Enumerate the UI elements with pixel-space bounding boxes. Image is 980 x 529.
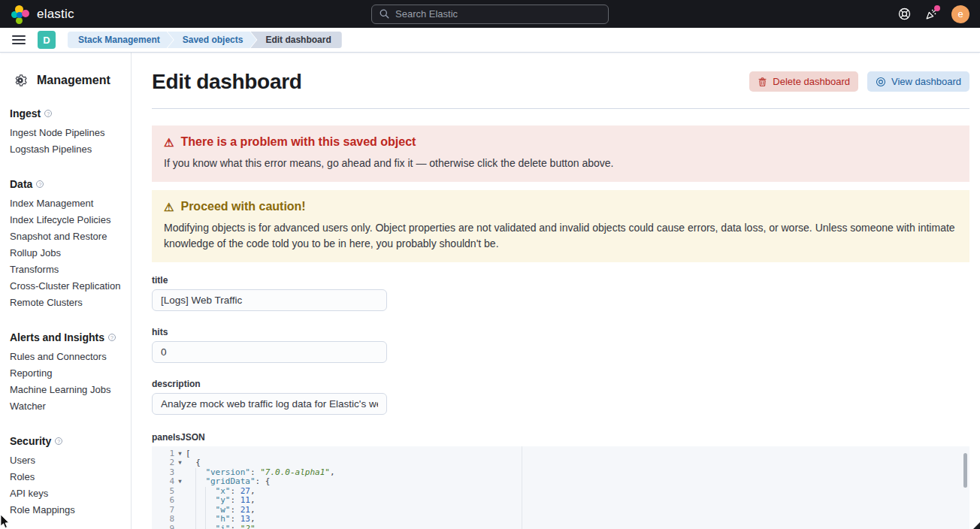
breadcrumb-stack-management[interactable]: Stack Management (68, 32, 174, 48)
top-header-bar: elastic (0, 0, 980, 28)
sidebar-item-index-management[interactable]: Index Management (10, 195, 125, 212)
error-callout-body: If you know what this error means, go ah… (164, 156, 957, 171)
editor-scrollbar[interactable] (963, 453, 967, 488)
title-field-label: title (152, 275, 387, 286)
sidebar-item-logstash-pipelines[interactable]: Logstash Pipelines (10, 141, 125, 158)
sidebar-nav: Ingest?Ingest Node PipelinesLogstash Pip… (10, 106, 125, 518)
editor-line[interactable]: 9"i": "2" (152, 524, 969, 529)
sidebar-section-heading: Ingest? (10, 106, 125, 121)
section-help-icon: ? (55, 437, 62, 445)
sidebar-item-api-keys[interactable]: API keys (10, 485, 125, 502)
editor-line[interactable]: 1▼[ (152, 449, 969, 458)
editor-line[interactable]: 8"h": 13, (152, 515, 969, 524)
sidebar-item-role-mappings[interactable]: Role Mappings (10, 502, 125, 518)
sidebar-section-heading: Data? (10, 177, 125, 192)
sidebar-item-users[interactable]: Users (10, 452, 125, 469)
delete-dashboard-button[interactable]: Delete dashboard (749, 71, 858, 92)
page-actions: Delete dashboard View dashboard (749, 70, 969, 92)
code-text: [ (186, 449, 969, 458)
description-field-input[interactable] (152, 393, 387, 415)
sidebar-item-rollup-jobs[interactable]: Rollup Jobs (10, 245, 125, 261)
line-number: 2 (152, 458, 174, 467)
help-icon[interactable] (897, 8, 911, 21)
caution-callout-title: ⚠ Proceed with caution! (164, 200, 957, 213)
fold-toggle-icon[interactable]: ▼ (174, 458, 186, 467)
global-search (371, 5, 609, 24)
page-title: Edit dashboard (152, 70, 302, 94)
view-dashboard-button[interactable]: View dashboard (867, 71, 969, 92)
fold-spacer (174, 524, 186, 529)
sidebar-item-cross-cluster-replication[interactable]: Cross-Cluster Replication (10, 278, 125, 295)
code-text: "x": 27, (186, 487, 969, 496)
warning-icon: ⚠ (164, 201, 174, 213)
line-number: 6 (152, 496, 174, 505)
fold-spacer (174, 515, 186, 524)
sidebar-header: Management (10, 74, 125, 87)
header-divider (152, 108, 969, 109)
breadcrumb-edit-dashboard: Edit dashboard (250, 32, 341, 48)
editor-line[interactable]: 7"w": 21, (152, 506, 969, 515)
notification-dot (934, 5, 940, 11)
section-help-icon: ? (44, 110, 52, 117)
resize-grip-icon[interactable] (973, 522, 980, 529)
line-number: 9 (152, 524, 174, 529)
warning-icon: ⚠ (164, 137, 174, 148)
sidebar-item-remote-clusters[interactable]: Remote Clusters (10, 295, 125, 311)
search-box[interactable] (371, 5, 609, 24)
section-help-icon: ? (36, 180, 44, 188)
editor-line[interactable]: 4▼"gridData": { (152, 477, 969, 486)
code-text: "version": "7.0.0-alpha1", (186, 468, 969, 477)
search-input[interactable] (395, 8, 600, 20)
code-text: "i": "2" (186, 524, 969, 529)
sidebar-item-index-lifecycle-policies[interactable]: Index Lifecycle Policies (10, 212, 125, 228)
management-sidebar: Management Ingest?Ingest Node PipelinesL… (0, 53, 132, 529)
sidebar-title: Management (37, 74, 110, 87)
elastic-logo-icon (11, 5, 30, 24)
trash-icon (758, 77, 767, 87)
newsfeed-icon[interactable] (924, 8, 938, 21)
code-text: "gridData": { (186, 477, 969, 486)
sidebar-section-heading: Security? (10, 434, 125, 449)
breadcrumb-saved-objects[interactable]: Saved objects (168, 32, 257, 48)
sidebar-section-security: Security?UsersRolesAPI keysRole Mappings (10, 434, 125, 518)
sidebar-item-reporting[interactable]: Reporting (10, 365, 125, 382)
breadcrumb-bar: D Stack Management Saved objects Edit da… (0, 28, 980, 53)
dashboard-app-badge: D (38, 31, 56, 49)
editor-line[interactable]: 6"y": 11, (152, 496, 969, 505)
sidebar-item-watcher[interactable]: Watcher (10, 398, 125, 415)
editor-line[interactable]: 5"x": 27, (152, 487, 969, 496)
panels-json-editor[interactable]: 1▼[2▼{3"version": "7.0.0-alpha1",4▼"grid… (152, 446, 969, 529)
line-number: 8 (152, 515, 174, 524)
code-text: "h": 13, (186, 515, 969, 524)
title-field-input[interactable] (152, 289, 387, 311)
elastic-logo[interactable]: elastic (11, 5, 74, 24)
header-actions: e (897, 5, 969, 23)
panels-json-label: panelsJSON (152, 432, 969, 443)
user-avatar[interactable]: e (951, 5, 969, 23)
sidebar-section-data: Data?Index ManagementIndex Lifecycle Pol… (10, 177, 125, 311)
gear-icon (14, 74, 27, 87)
sidebar-item-roles[interactable]: Roles (10, 469, 125, 485)
error-callout: ⚠ There is a problem with this saved obj… (152, 125, 969, 182)
code-text: "y": 11, (186, 496, 969, 505)
page-header: Edit dashboard Delete dashboard (152, 70, 969, 94)
sidebar-item-transforms[interactable]: Transforms (10, 261, 125, 278)
fold-toggle-icon[interactable]: ▼ (174, 477, 186, 486)
field-description: description (152, 379, 387, 415)
fold-spacer (174, 496, 186, 505)
elastic-logo-text: elastic (37, 7, 74, 22)
editor-line[interactable]: 3"version": "7.0.0-alpha1", (152, 468, 969, 477)
error-callout-title: ⚠ There is a problem with this saved obj… (164, 135, 957, 149)
menu-icon[interactable] (12, 35, 26, 44)
sidebar-section-heading: Alerts and Insights? (10, 330, 125, 345)
sidebar-item-machine-learning-jobs[interactable]: Machine Learning Jobs (10, 382, 125, 398)
fold-spacer (174, 506, 186, 515)
sidebar-item-snapshot-and-restore[interactable]: Snapshot and Restore (10, 228, 125, 245)
fold-toggle-icon[interactable]: ▼ (174, 449, 186, 458)
sidebar-item-rules-and-connectors[interactable]: Rules and Connectors (10, 349, 125, 365)
caution-callout-body: Modifying objects is for advanced users … (164, 220, 957, 252)
sidebar-item-ingest-node-pipelines[interactable]: Ingest Node Pipelines (10, 125, 125, 141)
search-icon (380, 9, 389, 19)
hits-field-input[interactable] (152, 341, 387, 363)
description-field-label: description (152, 379, 387, 389)
